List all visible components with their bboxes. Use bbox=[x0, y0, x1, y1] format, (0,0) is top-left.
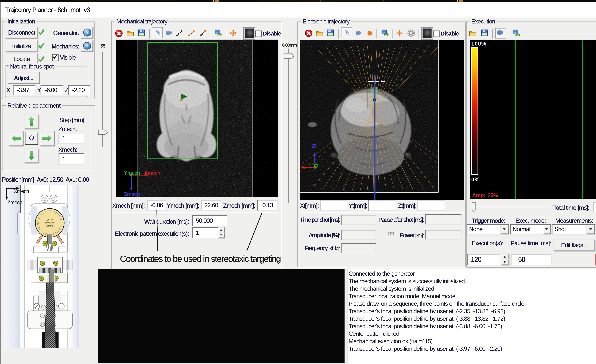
svg-text:Zt: Zt bbox=[312, 143, 316, 148]
svg-text:Ymech: Ymech bbox=[124, 170, 140, 176]
svg-text:NAKLFS: NAKLFS bbox=[47, 219, 53, 221]
svg-text:100%: 100% bbox=[471, 40, 486, 47]
svg-text:0%: 0% bbox=[471, 176, 480, 182]
svg-text:Amp: 25%: Amp: 25% bbox=[472, 192, 498, 198]
svg-text:Xmech: Xmech bbox=[14, 188, 29, 194]
svg-text:Zmech: Zmech bbox=[124, 191, 140, 197]
svg-text:2225 E9B: 2225 E9B bbox=[46, 225, 54, 227]
svg-text:Zmech: Zmech bbox=[7, 199, 22, 205]
svg-text:Xmech: Xmech bbox=[144, 170, 160, 176]
svg-text:4B9Q*9HB5L: 4B9Q*9HB5L bbox=[45, 222, 55, 225]
